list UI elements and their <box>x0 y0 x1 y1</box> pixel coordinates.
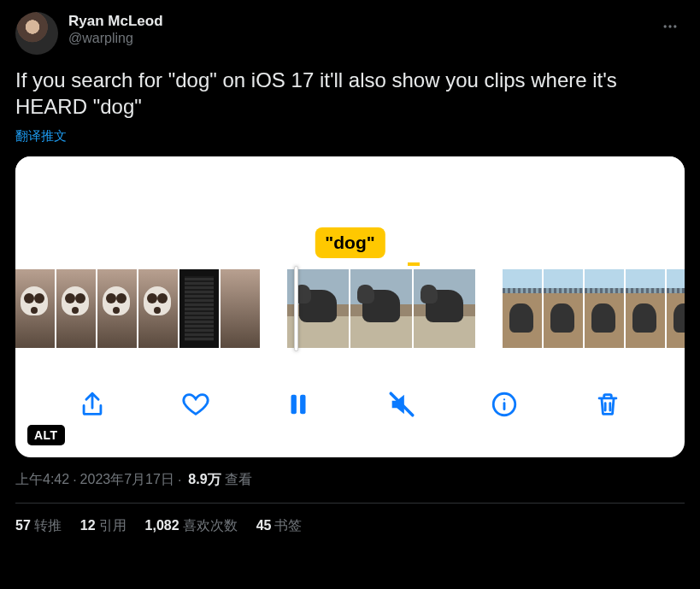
thumbnail <box>97 269 137 348</box>
clip-group-1 <box>15 269 260 348</box>
caption-pill: "dog" <box>315 227 385 258</box>
tweet-header: Ryan McLeod @warpling <box>15 12 685 55</box>
more-button[interactable] <box>656 12 685 41</box>
svg-point-1 <box>668 25 671 27</box>
svg-point-8 <box>503 399 505 401</box>
delete-button[interactable] <box>589 386 626 423</box>
svg-point-0 <box>664 25 667 27</box>
share-icon <box>78 390 107 419</box>
svg-rect-4 <box>300 395 305 415</box>
likes-stat[interactable]: 1,082喜欢次数 <box>145 517 238 535</box>
tweet-meta: 上午4:42 · 2023年7月17日 · 8.9万 查看 <box>15 471 685 489</box>
thumbnail <box>544 269 583 348</box>
info-icon <box>490 390 519 419</box>
media-top-area <box>15 156 685 235</box>
pause-button[interactable] <box>279 386 317 423</box>
tweet-stats: 57转推 12引用 1,082喜欢次数 45书签 <box>15 504 685 535</box>
thumbnail <box>138 269 178 348</box>
pause-icon <box>284 390 313 419</box>
thumbnail <box>350 269 412 348</box>
clip-group-3 <box>503 269 685 348</box>
clip-group-2 <box>287 269 475 348</box>
views-count: 8.9万 <box>188 471 221 489</box>
alt-badge[interactable]: ALT <box>27 425 65 445</box>
playhead[interactable] <box>294 266 298 351</box>
trash-icon <box>593 390 622 419</box>
thumbnail <box>414 269 475 348</box>
timeline-strip[interactable] <box>15 269 685 348</box>
thumbnail <box>667 269 685 348</box>
thumbnail <box>626 269 665 348</box>
mute-icon <box>387 390 416 419</box>
heart-icon <box>181 390 210 419</box>
svg-rect-3 <box>291 395 297 415</box>
thumbnail <box>179 269 219 348</box>
user-handle: @warpling <box>68 30 163 47</box>
media-card[interactable]: "dog" <box>15 156 685 457</box>
share-button[interactable] <box>74 386 111 423</box>
tweet-text: If you search for "dog" on iOS 17 it'll … <box>15 67 685 120</box>
tweet: Ryan McLeod @warpling If you search for … <box>0 0 700 535</box>
media-toolbar <box>15 379 685 430</box>
thumbnail <box>56 269 96 348</box>
quotes-stat[interactable]: 12引用 <box>80 517 126 535</box>
avatar[interactable] <box>15 12 58 55</box>
ellipsis-icon <box>662 18 679 35</box>
mute-button[interactable] <box>383 386 421 423</box>
thumbnail <box>503 269 542 348</box>
thumbnail <box>221 269 260 348</box>
user-info[interactable]: Ryan McLeod @warpling <box>68 12 163 47</box>
svg-point-2 <box>674 25 676 27</box>
views-label: 查看 <box>225 471 252 489</box>
info-button[interactable] <box>485 386 523 423</box>
display-name: Ryan McLeod <box>68 12 163 30</box>
caption-tick <box>408 262 420 266</box>
translate-link[interactable]: 翻译推文 <box>15 128 67 144</box>
tweet-date[interactable]: 2023年7月17日 <box>80 471 174 489</box>
bookmarks-stat[interactable]: 45书签 <box>256 517 303 535</box>
tweet-time[interactable]: 上午4:42 <box>15 471 69 489</box>
thumbnail <box>15 269 55 348</box>
thumbnail <box>585 269 624 348</box>
like-button[interactable] <box>177 386 215 423</box>
retweets-stat[interactable]: 57转推 <box>15 517 62 535</box>
